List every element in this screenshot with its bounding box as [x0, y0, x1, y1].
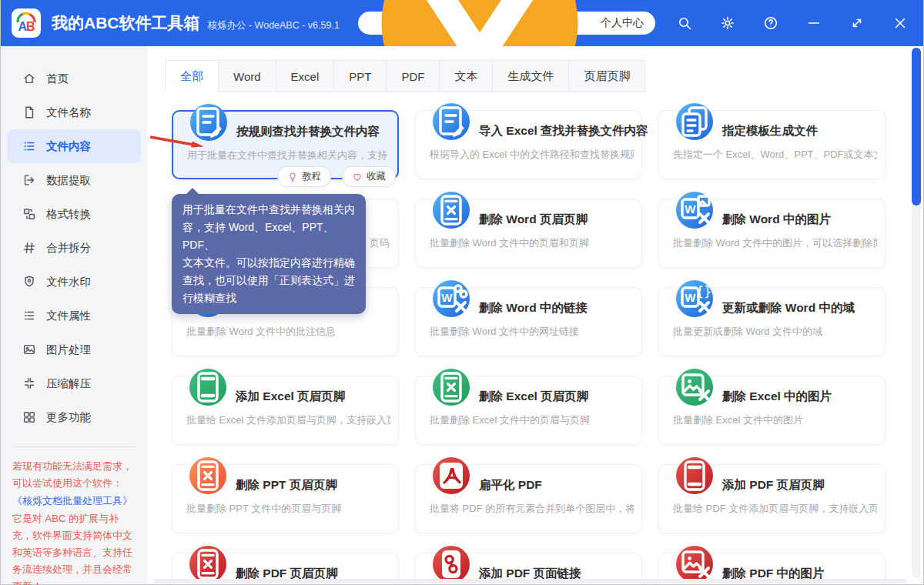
vertical-scrollbar[interactable] — [912, 48, 921, 578]
pdf-flat-icon — [433, 457, 470, 494]
card-excel-del-images[interactable]: 删除 Excel 中的图片 批量删除 Excel 文件中的图片 — [658, 376, 886, 445]
card-desc: 批量删除 Excel 文件中的页眉与页脚 — [430, 413, 634, 427]
card-desc: 批量删除 Word 文件中的页眉和页脚 — [430, 236, 634, 250]
merge-icon — [22, 241, 36, 255]
sidebar-item-label: 图片处理 — [46, 343, 91, 357]
card-desc: 批量给 Excel 文件添加页眉与页脚，支持嵌入页码 — [186, 413, 390, 427]
tab-label: 生成文件 — [507, 69, 554, 84]
card-desc: 批量删除 Word 文件中的图片，可以选择删除页眉 — [673, 236, 877, 250]
restore-resize-icon[interactable] — [849, 15, 865, 31]
tool-card-grid: 按规则查找并替换文件内容 用于批量在文件中查找并替换相关内容，支持 Wo 教程 … — [172, 110, 886, 584]
tab-6[interactable]: 生成文件 — [492, 60, 569, 92]
sidebar-item-file-watermark[interactable]: 文件水印 — [7, 265, 141, 299]
doc-pencil-icon — [433, 103, 470, 140]
word-img-x-icon: W — [676, 192, 713, 229]
card-title: 扁平化 PDF — [479, 477, 542, 493]
horizontal-scrollbar[interactable] — [153, 579, 906, 583]
sidebar-item-file-props[interactable]: 文件属性 — [7, 299, 141, 333]
sidebar-item-label: 格式转换 — [46, 207, 91, 222]
tab-5[interactable]: 文本 — [439, 60, 493, 92]
card-ppt-del-header-footer[interactable]: 删除 PPT 页眉页脚 批量删除 PPT 文件中的页眉与页脚 — [172, 464, 399, 533]
card-word-del-images[interactable]: W 删除 Word 中的图片 批量删除 Word 文件中的图片，可以选择删除页眉 — [658, 199, 886, 268]
tab-label: Word — [233, 70, 261, 83]
docs-stack-icon — [676, 103, 713, 140]
sidebar-promo-link[interactable]: 《核烁文档批量处理工具》 — [12, 493, 132, 510]
hf-x-icon — [433, 369, 470, 406]
close-icon[interactable] — [892, 15, 908, 31]
card-action-bulb[interactable]: 教程 — [277, 166, 331, 187]
tab-0[interactable]: 全部 — [165, 60, 219, 92]
tab-label: PDF — [401, 70, 424, 83]
svg-text:W: W — [441, 291, 453, 304]
more-icon — [22, 410, 36, 424]
sidebar-item-format-convert[interactable]: 格式转换 — [7, 197, 141, 231]
extract-icon — [22, 173, 36, 187]
tab-3[interactable]: PPT — [333, 60, 387, 92]
card-title: 删除 Word 页眉页脚 — [479, 212, 588, 228]
sidebar-item-label: 首页 — [46, 72, 69, 86]
sidebar-item-home[interactable]: 首页 — [7, 62, 141, 95]
sidebar-item-compress[interactable]: 压缩解压 — [7, 366, 141, 400]
category-tabs: 全部WordExcelPPTPDF文本生成文件页眉页脚 — [166, 60, 645, 92]
settings-gear-icon[interactable] — [720, 15, 735, 31]
bulb-icon — [287, 172, 298, 182]
help-icon[interactable] — [763, 15, 778, 31]
tab-2[interactable]: Excel — [276, 60, 335, 92]
card-title: 指定模板生成文件 — [722, 123, 818, 139]
card-word-del-header-footer[interactable]: 删除 Word 页眉页脚 批量删除 Word 文件中的页眉和页脚 — [415, 199, 642, 268]
hf-x-icon — [189, 546, 226, 583]
sidebar-item-image-process[interactable]: 图片处理 — [7, 333, 141, 366]
sidebar-item-data-extract[interactable]: 数据提取 — [7, 163, 141, 197]
card-excel-del-header-footer[interactable]: 删除 Excel 页眉页脚 批量删除 Excel 文件中的页眉与页脚 — [415, 376, 642, 445]
svg-text:W: W — [685, 291, 696, 304]
card-title: 添加 Excel 页眉页脚 — [236, 389, 345, 405]
card-desc: 先指定一个 Excel、Word、PPT、PDF或文本文件作 — [673, 148, 877, 162]
sidebar-item-file-content[interactable]: 文件内容 — [7, 129, 141, 163]
sidebar-nav: 首页 文件名称 文件内容 数据提取 格式转换 合并拆分 文件水印 文件属性 图片… — [1, 62, 147, 434]
card-find-replace-by-rule[interactable]: 按规则查找并替换文件内容 用于批量在文件中查找并替换相关内容，支持 Wo 教程 … — [172, 110, 399, 179]
sidebar-item-more-features[interactable]: 更多功能 — [7, 400, 141, 434]
card-pdf-flatten[interactable]: 扁平化 PDF 批量将 PDF 的所有元素合并到单个图层中，将复杂 — [415, 464, 642, 533]
card-excel-find-replace[interactable]: 导入 Excel 查找并替换文件内容 根据导入的 Excel 中的文件路径和查找… — [415, 110, 642, 179]
image-icon — [22, 343, 36, 356]
pdf-link-icon — [433, 546, 470, 583]
convert-icon — [22, 207, 36, 221]
props-icon — [22, 309, 36, 323]
card-title: 删除 Word 中的链接 — [479, 300, 588, 316]
card-title: 删除 Word 中的图片 — [722, 212, 831, 228]
sidebar-item-label: 更多功能 — [46, 410, 91, 425]
img-x-icon — [676, 369, 713, 406]
card-title: 删除 Excel 中的图片 — [722, 389, 832, 405]
card-desc: 批量删除 Word 文件中的批注信息 — [186, 325, 390, 339]
tab-1[interactable]: Word — [218, 60, 276, 92]
card-template-generate[interactable]: 指定模板生成文件 先指定一个 Excel、Word、PPT、PDF或文本文件作 — [658, 110, 886, 179]
sidebar-item-file-name[interactable]: 文件名称 — [7, 95, 141, 129]
tab-label: Excel — [291, 70, 320, 83]
card-word-update-del-fields[interactable]: W{} 更新或删除 Word 中的域 批量更新或删除 Word 文件中的域 — [658, 287, 886, 356]
titlebar: AB 我的ABC软件工具箱 核烁办公 - WodeABC - v6.59.1 个… — [1, 0, 923, 46]
card-desc: 用于批量在文件中查找并替换相关内容，支持 Wo — [187, 149, 390, 162]
sidebar-item-label: 文件属性 — [46, 309, 91, 323]
svg-text:W: W — [685, 202, 696, 216]
app-logo: AB — [12, 8, 41, 38]
minimize-icon[interactable] — [806, 15, 822, 31]
sidebar-note-2: 它是对 ABC 的扩展与补充，软件界面支持简体中文和英语等多种语言、支持任务流连… — [12, 513, 132, 585]
card-desc: 批量更新或删除 Word 文件中的域 — [673, 325, 877, 339]
hf-add-icon — [189, 369, 226, 406]
card-excel-add-header-footer[interactable]: 添加 Excel 页眉页脚 批量给 Excel 文件添加页眉与页脚，支持嵌入页码 — [172, 376, 399, 445]
search-icon[interactable] — [677, 15, 692, 31]
user-center-button[interactable]: 个人中心 — [358, 12, 655, 35]
card-desc: 批量删除 PPT 文件中的页眉与页脚 — [186, 502, 390, 516]
card-action-heart[interactable]: 收藏 — [342, 166, 396, 187]
tab-7[interactable]: 页眉页脚 — [568, 60, 645, 92]
sidebar-item-merge-split[interactable]: 合并拆分 — [7, 231, 141, 265]
sidebar-item-label: 文件水印 — [46, 275, 91, 289]
card-desc: 页码 — [370, 236, 390, 250]
tab-4[interactable]: PDF — [386, 60, 440, 92]
card-pdf-add-header-footer[interactable]: 添加 PDF 页眉页脚 批量给 PDF 文件添加页眉与页脚，支持嵌入页码 — [658, 464, 886, 533]
vertical-scrollbar-thumb[interactable] — [912, 48, 921, 206]
card-actions: 教程 收藏 — [277, 166, 396, 187]
card-word-del-links[interactable]: W 删除 Word 中的链接 批量删除 Word 文件中的网址链接 — [415, 287, 642, 356]
app-window: AB 我的ABC软件工具箱 核烁办公 - WodeABC - v6.59.1 个… — [0, 0, 924, 585]
card-desc: 批量删除 Word 文件中的网址链接 — [430, 325, 634, 339]
